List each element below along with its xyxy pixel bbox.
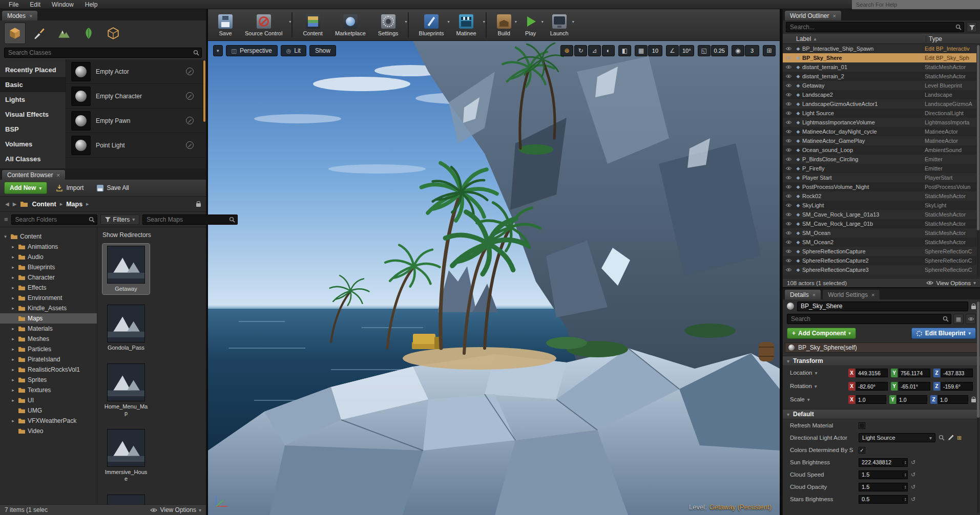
actor-type[interactable]: Edit BP_Sky_Sph bbox=[922, 55, 976, 61]
toolbar-button[interactable]: Blueprints ▾ bbox=[413, 12, 450, 37]
visibility-eye-icon[interactable] bbox=[783, 176, 794, 180]
folder-tree-item[interactable]: ▸ Materials bbox=[0, 324, 97, 334]
visibility-eye-icon[interactable] bbox=[783, 47, 794, 51]
eyedropper-icon[interactable] bbox=[948, 435, 954, 441]
grid-snap-value[interactable]: 10 bbox=[648, 45, 662, 56]
chevron-collapsed-icon[interactable]: ▸ bbox=[12, 254, 14, 260]
outliner-row[interactable]: ◆ SkyLight SkyLight bbox=[783, 201, 976, 210]
folder-tree-item[interactable]: ▸ RealisticRocksVol1 bbox=[0, 364, 97, 375]
folder-tree-item[interactable]: ▾ Content bbox=[0, 231, 97, 242]
folder-tree-item[interactable]: ▸ PirateIsland bbox=[0, 354, 97, 364]
outliner-row[interactable]: ◆ BP_Interactive_Ship_Spawn Edit BP_Inte… bbox=[783, 44, 976, 53]
close-icon[interactable]: × bbox=[812, 292, 816, 298]
visibility-eye-icon[interactable] bbox=[783, 74, 794, 78]
outliner-row[interactable]: ◆ distant_terrain_01 StaticMeshActor bbox=[783, 62, 976, 72]
actor-type[interactable]: SphereReflectionC bbox=[922, 248, 976, 254]
chevron-down-icon[interactable]: ▾ bbox=[483, 19, 485, 24]
visibility-eye-icon[interactable] bbox=[783, 56, 794, 60]
display-filter-eye-icon[interactable] bbox=[966, 314, 976, 324]
toolbar-button[interactable]: Settings ▾ bbox=[372, 12, 409, 37]
edit-blueprint-button[interactable]: Edit Blueprint ▾ bbox=[911, 328, 976, 339]
visibility-eye-icon[interactable] bbox=[783, 65, 794, 69]
visibility-eye-icon[interactable] bbox=[783, 259, 794, 263]
viewport[interactable]: ▾ ◫ Perspective ◎ Lit Show ⊕ ↻ ⊿ ◐ ◧ ▦ 1… bbox=[208, 41, 780, 515]
z-value-field[interactable]: 1.0 bbox=[938, 395, 968, 404]
chevron-collapsed-icon[interactable]: ▸ bbox=[12, 265, 14, 270]
actor-type[interactable]: SphereReflectionC bbox=[922, 258, 976, 264]
asset-tile[interactable]: Home_Menu_Map bbox=[102, 361, 150, 419]
transform-property-label[interactable]: Scale▾ bbox=[790, 396, 847, 402]
chevron-down-icon[interactable]: ▾ bbox=[572, 19, 574, 24]
world-local-toggle[interactable]: ◐ bbox=[602, 45, 615, 56]
chevron-collapsed-icon[interactable]: ▸ bbox=[12, 275, 14, 280]
actor-type[interactable]: StaticMeshActor bbox=[922, 230, 976, 236]
search-folders-input[interactable] bbox=[11, 214, 97, 225]
lock-icon[interactable] bbox=[196, 203, 201, 207]
rotate-tool-button[interactable]: ↻ bbox=[574, 45, 587, 56]
outliner-row[interactable]: ◆ Landscape2 Landscape bbox=[783, 90, 976, 99]
actor-type[interactable]: Edit BP_Interactiv bbox=[922, 46, 976, 52]
outliner-row[interactable]: ◆ P_Firefly Emitter bbox=[783, 164, 976, 173]
camera-speed-button[interactable]: ◉ bbox=[732, 45, 744, 56]
perspective-button[interactable]: ◫ Perspective bbox=[226, 45, 278, 56]
chevron-collapsed-icon[interactable]: ▸ bbox=[12, 388, 14, 393]
spinner-arrows[interactable]: ▴▾ bbox=[903, 460, 907, 464]
outliner-row[interactable]: ◆ MatineeActor_dayNight_cycle MatineeAct… bbox=[783, 127, 976, 136]
grid-snap-toggle[interactable]: ▦ bbox=[635, 45, 648, 56]
visibility-eye-icon[interactable] bbox=[783, 212, 794, 217]
chevron-down-icon[interactable]: ▾ bbox=[541, 19, 544, 24]
visibility-eye-icon[interactable] bbox=[783, 203, 794, 207]
chevron-collapsed-icon[interactable]: ▸ bbox=[12, 398, 14, 403]
actor-type[interactable]: PlayerStart bbox=[922, 175, 976, 181]
cloud-speed-input[interactable]: 1.5 ▴▾ bbox=[859, 470, 908, 479]
actor-type[interactable]: StaticMeshActor bbox=[922, 221, 976, 227]
scale-snap-value[interactable]: 0.25 bbox=[711, 45, 728, 56]
camera-speed-value[interactable]: 3 bbox=[745, 45, 759, 56]
menu-item[interactable]: Edit bbox=[24, 0, 46, 9]
view-options-button[interactable]: View Options ▾ bbox=[150, 506, 201, 513]
z-value-field[interactable]: -437.833 bbox=[941, 369, 973, 377]
actor-type[interactable]: LandscapeGizmoA bbox=[922, 101, 976, 107]
y-value-field[interactable]: 1.0 bbox=[897, 395, 927, 404]
actor-name-field[interactable]: BP_Sky_Shere bbox=[797, 302, 968, 311]
chevron-collapsed-icon[interactable]: ▸ bbox=[12, 357, 14, 362]
lock-icon[interactable] bbox=[971, 399, 976, 402]
folder-tree-item[interactable]: ▸ Particles bbox=[0, 344, 97, 354]
visibility-eye-icon[interactable] bbox=[783, 194, 794, 198]
toolbar-button[interactable]: Matinee ▾ bbox=[450, 12, 487, 37]
visibility-eye-icon[interactable] bbox=[783, 83, 794, 88]
placeable-item[interactable]: Point Light bbox=[66, 133, 206, 158]
scale-tool-button[interactable]: ⊿ bbox=[588, 45, 601, 56]
scrollbar[interactable] bbox=[203, 60, 205, 122]
toolbar-button[interactable]: Save bbox=[212, 12, 239, 37]
scale-snap-toggle[interactable]: ◱ bbox=[698, 45, 711, 56]
tab-details[interactable]: Details × bbox=[784, 289, 821, 299]
placeable-item[interactable]: Empty Pawn bbox=[66, 109, 206, 133]
menu-item[interactable]: Help bbox=[79, 0, 103, 9]
toolbar-button[interactable]: Play ▾ bbox=[517, 12, 544, 37]
lock-icon[interactable] bbox=[971, 306, 976, 309]
outliner-filter-button[interactable] bbox=[967, 22, 977, 32]
show-button[interactable]: Show bbox=[309, 45, 336, 56]
chevron-collapsed-icon[interactable]: ▸ bbox=[12, 244, 14, 249]
folder-tree-item[interactable]: ▸ Meshes bbox=[0, 334, 97, 344]
foliage-mode-button[interactable] bbox=[78, 23, 99, 44]
import-button[interactable]: Import bbox=[51, 182, 88, 194]
x-value-field[interactable]: 1.0 bbox=[856, 395, 886, 404]
refresh-material-checkbox[interactable] bbox=[859, 422, 865, 429]
surface-snap-toggle[interactable]: ◧ bbox=[618, 45, 631, 56]
toolbar-button[interactable]: Build ▾ bbox=[491, 12, 517, 37]
details-search-input[interactable] bbox=[787, 314, 951, 324]
toolbar-button[interactable]: Marketplace bbox=[329, 12, 372, 37]
scrollbar[interactable] bbox=[977, 302, 979, 513]
tab-world-outliner[interactable]: World Outliner × bbox=[784, 10, 842, 20]
label-column-header[interactable]: Label▴ bbox=[783, 35, 926, 42]
breadcrumb-item[interactable]: Content bbox=[32, 201, 56, 208]
back-arrow-icon[interactable]: ◀ bbox=[5, 201, 9, 207]
chevron-collapsed-icon[interactable]: ▸ bbox=[12, 295, 14, 301]
drag-grip-icon[interactable] bbox=[186, 117, 194, 124]
x-value-field[interactable]: 449.3156 bbox=[856, 369, 888, 377]
search-assets-input[interactable] bbox=[142, 214, 238, 225]
outliner-row[interactable]: ◆ Light Source DirectionalLight bbox=[783, 109, 976, 118]
outliner-row[interactable]: ◆ SphereReflectionCapture SphereReflecti… bbox=[783, 247, 976, 256]
